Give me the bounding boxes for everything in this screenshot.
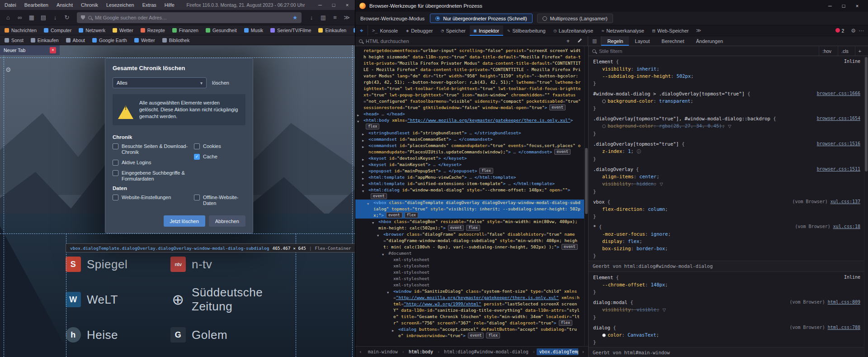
css-declaration[interactable]: --chrome-offset: 148px; (593, 281, 860, 288)
breadcrumb-item[interactable]: vbox.dialogTemplate.dialogOverlay.dialog… (537, 348, 579, 355)
bookmark-item[interactable]: Google Earth (92, 38, 127, 43)
sidebar-tab-änderungen[interactable]: Änderungen (690, 36, 729, 46)
tool-tab-debugger[interactable]: ◈Debugger (402, 25, 437, 36)
css-declaration[interactable]: flex-direction: column; (593, 205, 860, 213)
error-badge[interactable]: 2 (835, 28, 844, 33)
add-node-button[interactable]: + (564, 38, 572, 44)
css-declaration[interactable]: align-items: center; (593, 173, 860, 180)
css-declaration[interactable]: -moz-user-focus: ignore; (593, 230, 860, 238)
markup-node[interactable]: ▶<dialog buttons="accept,cancel" default… (355, 326, 588, 339)
menu-item-chronik[interactable]: Chronik (77, 2, 102, 8)
checkbox-box[interactable] (113, 143, 118, 149)
badge-flex[interactable]: flex (405, 212, 418, 218)
checkbox-cookies[interactable]: Cookies (194, 143, 245, 149)
menu-item-bearbeiten[interactable]: Bearbeiten (21, 2, 52, 8)
attr-value[interactable]: "http://www.mozilla.org/keymaster/gateke… (407, 118, 570, 123)
markup-node[interactable]: xml-stylesheet (355, 282, 588, 288)
badge-event[interactable]: event (561, 244, 578, 250)
markup-node[interactable]: ▶<commandset id="mainCommandSet"> … </co… (355, 136, 588, 143)
css-declaration[interactable]: background-color: transparent; (593, 97, 860, 105)
tool-tab-inspektor[interactable]: ▣Inspektor (470, 25, 503, 36)
tool-tab-web-speicher[interactable]: ▤Web-Speicher (648, 25, 693, 36)
menu-item-extras[interactable]: Extras (139, 2, 160, 8)
sidebar-tab-layout[interactable]: Layout (629, 36, 656, 46)
meatball-menu-icon[interactable]: ⋯ (859, 28, 864, 34)
stylesheet-location[interactable]: (vom Browser) xul.css:137 (792, 198, 860, 205)
bookmark-item[interactable]: Finanzen (172, 28, 198, 33)
clear-now-button[interactable]: Jetzt löschen (164, 215, 205, 227)
overflow-icon[interactable]: ≫ (341, 13, 352, 23)
shortcut-s-ddeutsche-zeitung[interactable]: ⊕Süddeutsche Zeitung (170, 286, 298, 314)
breadcrumb-item[interactable]: html:dialog#window-modal-dialog (441, 348, 531, 355)
markup-node[interactable]: ▶<html:template id="appMenu-viewCache"> … (355, 174, 588, 181)
tool-tab-speicher[interactable]: ◔Speicher (437, 25, 470, 36)
expand-arrow[interactable]: ▼ (367, 201, 369, 207)
markup-node[interactable]: ▶<head> … </head> (355, 111, 588, 117)
stylesheet-location[interactable]: browser.css:1654 (817, 115, 860, 122)
apps-grid-icon[interactable]: ▦ (26, 13, 37, 23)
checkbox-website-einstellungen[interactable]: Website-Einstellungen (113, 195, 194, 200)
overridden-filter-icon[interactable]: ▽ (660, 181, 663, 186)
rule-selector[interactable]: .dialogOverlay[topmost="true"], #window-… (593, 116, 770, 121)
shortcut-n-tv[interactable]: ntvn-tv (170, 257, 298, 272)
markup-node[interactable]: xml-stylesheet (355, 269, 588, 276)
markup-scrollbar[interactable] (584, 46, 588, 346)
checkbox-box[interactable]: ✓ (194, 154, 200, 160)
tab-neuer-tab[interactable]: Neuer Tab × (0, 45, 60, 55)
markup-node[interactable]: ▼<html:dialog id="window-modal-dialog" s… (355, 187, 588, 200)
bookmark-star-icon[interactable]: ★ (292, 14, 297, 21)
checkbox-offline-website-daten[interactable]: Offline-Website-Daten (194, 195, 245, 206)
markup-node[interactable]: ▼#document (355, 250, 588, 257)
shield-icon[interactable] (81, 15, 85, 20)
badge-flex[interactable]: flex (559, 320, 572, 326)
shortcut-heise[interactable]: hHeise (66, 327, 170, 343)
tool-tab-laufzeitanalyse[interactable]: ◷Laufzeitanalyse (550, 25, 597, 36)
stylesheet-location[interactable]: browser.css:1516 (817, 140, 860, 148)
badge-event[interactable]: event (371, 193, 387, 199)
expand-arrow[interactable]: ▼ (362, 188, 364, 195)
sidebar-tab-berechnet[interactable]: Berechnet (656, 36, 690, 46)
bookmark-item[interactable]: Wetter (113, 28, 133, 33)
bookmark-item[interactable]: Computer (44, 28, 71, 33)
bookmark-item[interactable]: Nachrichten (5, 28, 37, 33)
bookmark-item[interactable]: Wetter (134, 38, 155, 43)
rule-selector[interactable]: dialog (593, 325, 610, 330)
markup-node[interactable]: ▼<hbox class="dialogBox" resizable="fals… (355, 219, 588, 231)
css-declaration[interactable]: display: flex; (593, 238, 860, 245)
markup-node[interactable]: ▶<popupset id="mainPopupSet"> … </popups… (355, 168, 588, 174)
bookmark-item[interactable]: About (66, 38, 85, 43)
bookmark-item[interactable]: Gesundheit (206, 28, 237, 33)
checkbox-besuchte-seiten-download-chronik[interactable]: Besuchte Seiten & Download-Chronik (113, 143, 194, 155)
minimize-button[interactable]: ─ (313, 0, 327, 10)
shortcut-golem[interactable]: GGolem (170, 327, 298, 343)
expand-arrow[interactable]: ▼ (377, 233, 379, 239)
breadcrumb-item[interactable]: html:body (406, 348, 436, 355)
toolbox-minimize-button[interactable]: ─ (823, 0, 837, 12)
checkbox-label[interactable]: Cookies (203, 143, 221, 149)
color-swatch[interactable] (602, 124, 606, 128)
rule-selector[interactable]: Element (593, 275, 613, 280)
expand-arrow[interactable]: ▼ (387, 290, 389, 296)
markup-node[interactable]: ▼<window id="SanitizeDialog" class="syst… (355, 288, 588, 326)
tab-close-button[interactable]: × (50, 47, 56, 53)
eyedropper-icon[interactable] (575, 38, 584, 44)
shortcut-welt[interactable]: WWeLT (66, 292, 170, 307)
checkbox-aktive-logins[interactable]: Aktive Logins (113, 160, 194, 166)
stylesheet-location[interactable]: (vom Browser) html.css:809 (789, 299, 860, 306)
css-declaration[interactable]: z-index: 1;ⓘ (593, 148, 860, 155)
stylesheet-link[interactable]: browser.css:1511 (817, 167, 860, 171)
time-range-select[interactable]: Alles ▾ (113, 77, 207, 88)
checkbox-box[interactable] (113, 160, 118, 166)
attr-value[interactable]: "http://www.mozilla.org/keymaster/gateke… (396, 295, 559, 300)
markup-node[interactable]: ▶<html:template id="unified-extensions-i… (355, 181, 588, 187)
breadcrumb-item[interactable]: main-window (365, 348, 401, 355)
rule-selector[interactable]: .dialogOverlay (593, 167, 633, 172)
bookmark-item[interactable]: Musik (244, 28, 263, 33)
checkbox-label[interactable]: Besuchte Seiten & Download-Chronik (122, 143, 194, 155)
stylesheet-link[interactable]: html.css:788 (828, 325, 860, 330)
sidebar-icon[interactable]: ▥ (318, 13, 329, 23)
markup-node[interactable]: ▶<stringbundleset id="stringbundleset"> … (355, 130, 588, 136)
checkbox-box[interactable] (194, 195, 200, 200)
css-declaration[interactable]: color: CanvasText; (593, 331, 860, 338)
badge-event[interactable]: event (549, 105, 566, 110)
